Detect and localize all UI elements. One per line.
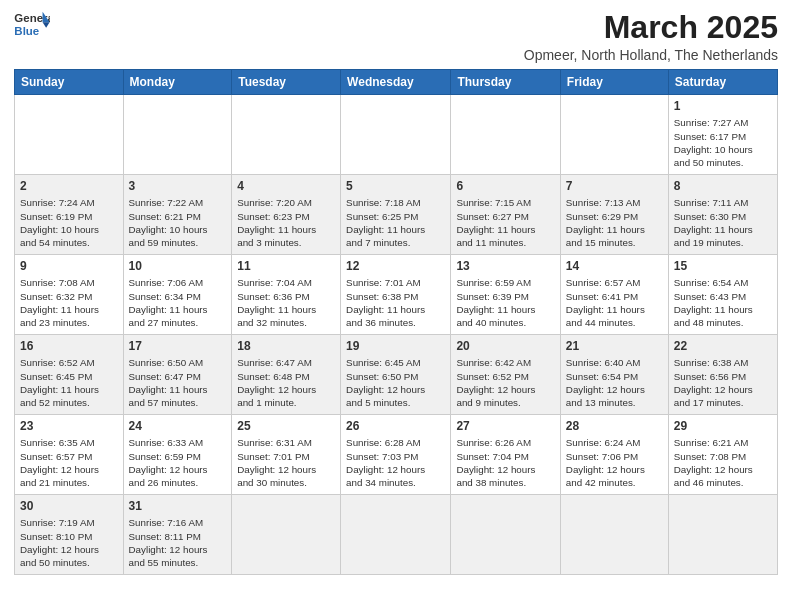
day-info: Sunrise: 6:26 AM Sunset: 7:04 PM Dayligh… (456, 436, 554, 489)
day-info: Sunrise: 7:15 AM Sunset: 6:27 PM Dayligh… (456, 196, 554, 249)
day-info: Sunrise: 6:35 AM Sunset: 6:57 PM Dayligh… (20, 436, 118, 489)
day-number: 16 (20, 338, 118, 354)
day-number: 23 (20, 418, 118, 434)
calendar-week-row: 23Sunrise: 6:35 AM Sunset: 6:57 PM Dayli… (15, 415, 778, 495)
day-number: 30 (20, 498, 118, 514)
calendar-cell: 28Sunrise: 6:24 AM Sunset: 7:06 PM Dayli… (560, 415, 668, 495)
calendar-cell (341, 495, 451, 575)
main-title: March 2025 (524, 10, 778, 45)
day-info: Sunrise: 6:50 AM Sunset: 6:47 PM Dayligh… (129, 356, 227, 409)
svg-text:Blue: Blue (14, 25, 39, 37)
calendar-cell: 21Sunrise: 6:40 AM Sunset: 6:54 PM Dayli… (560, 335, 668, 415)
day-info: Sunrise: 7:04 AM Sunset: 6:36 PM Dayligh… (237, 276, 335, 329)
day-info: Sunrise: 6:52 AM Sunset: 6:45 PM Dayligh… (20, 356, 118, 409)
day-number: 7 (566, 178, 663, 194)
day-number: 31 (129, 498, 227, 514)
calendar-cell (123, 95, 232, 175)
day-number: 5 (346, 178, 445, 194)
day-number: 10 (129, 258, 227, 274)
weekday-header-wednesday: Wednesday (341, 70, 451, 95)
day-info: Sunrise: 7:11 AM Sunset: 6:30 PM Dayligh… (674, 196, 772, 249)
day-info: Sunrise: 7:22 AM Sunset: 6:21 PM Dayligh… (129, 196, 227, 249)
day-info: Sunrise: 7:06 AM Sunset: 6:34 PM Dayligh… (129, 276, 227, 329)
day-number: 17 (129, 338, 227, 354)
calendar-cell (15, 95, 124, 175)
day-info: Sunrise: 6:42 AM Sunset: 6:52 PM Dayligh… (456, 356, 554, 409)
header: General Blue March 2025 Opmeer, North Ho… (14, 10, 778, 63)
day-info: Sunrise: 6:40 AM Sunset: 6:54 PM Dayligh… (566, 356, 663, 409)
day-info: Sunrise: 6:59 AM Sunset: 6:39 PM Dayligh… (456, 276, 554, 329)
day-info: Sunrise: 7:08 AM Sunset: 6:32 PM Dayligh… (20, 276, 118, 329)
day-info: Sunrise: 6:24 AM Sunset: 7:06 PM Dayligh… (566, 436, 663, 489)
day-number: 2 (20, 178, 118, 194)
day-number: 20 (456, 338, 554, 354)
day-number: 22 (674, 338, 772, 354)
day-number: 27 (456, 418, 554, 434)
day-number: 21 (566, 338, 663, 354)
calendar-week-row: 16Sunrise: 6:52 AM Sunset: 6:45 PM Dayli… (15, 335, 778, 415)
calendar-cell (451, 95, 560, 175)
calendar-cell: 24Sunrise: 6:33 AM Sunset: 6:59 PM Dayli… (123, 415, 232, 495)
day-number: 3 (129, 178, 227, 194)
calendar-cell (668, 495, 777, 575)
calendar-table: SundayMondayTuesdayWednesdayThursdayFrid… (14, 69, 778, 575)
day-info: Sunrise: 6:33 AM Sunset: 6:59 PM Dayligh… (129, 436, 227, 489)
calendar-cell: 10Sunrise: 7:06 AM Sunset: 6:34 PM Dayli… (123, 255, 232, 335)
day-info: Sunrise: 7:16 AM Sunset: 8:11 PM Dayligh… (129, 516, 227, 569)
weekday-header-friday: Friday (560, 70, 668, 95)
day-info: Sunrise: 7:19 AM Sunset: 8:10 PM Dayligh… (20, 516, 118, 569)
calendar-cell: 20Sunrise: 6:42 AM Sunset: 6:52 PM Dayli… (451, 335, 560, 415)
day-number: 25 (237, 418, 335, 434)
calendar-cell (232, 95, 341, 175)
calendar-cell: 5Sunrise: 7:18 AM Sunset: 6:25 PM Daylig… (341, 175, 451, 255)
day-number: 1 (674, 98, 772, 114)
day-number: 12 (346, 258, 445, 274)
day-info: Sunrise: 7:27 AM Sunset: 6:17 PM Dayligh… (674, 116, 772, 169)
day-info: Sunrise: 6:45 AM Sunset: 6:50 PM Dayligh… (346, 356, 445, 409)
calendar-cell: 1Sunrise: 7:27 AM Sunset: 6:17 PM Daylig… (668, 95, 777, 175)
calendar-cell: 14Sunrise: 6:57 AM Sunset: 6:41 PM Dayli… (560, 255, 668, 335)
day-number: 9 (20, 258, 118, 274)
calendar-cell: 18Sunrise: 6:47 AM Sunset: 6:48 PM Dayli… (232, 335, 341, 415)
day-info: Sunrise: 6:47 AM Sunset: 6:48 PM Dayligh… (237, 356, 335, 409)
day-number: 28 (566, 418, 663, 434)
calendar-cell: 17Sunrise: 6:50 AM Sunset: 6:47 PM Dayli… (123, 335, 232, 415)
day-info: Sunrise: 7:18 AM Sunset: 6:25 PM Dayligh… (346, 196, 445, 249)
calendar-cell: 4Sunrise: 7:20 AM Sunset: 6:23 PM Daylig… (232, 175, 341, 255)
calendar-cell: 23Sunrise: 6:35 AM Sunset: 6:57 PM Dayli… (15, 415, 124, 495)
day-number: 15 (674, 258, 772, 274)
calendar-cell: 8Sunrise: 7:11 AM Sunset: 6:30 PM Daylig… (668, 175, 777, 255)
calendar-cell: 12Sunrise: 7:01 AM Sunset: 6:38 PM Dayli… (341, 255, 451, 335)
calendar-cell: 22Sunrise: 6:38 AM Sunset: 6:56 PM Dayli… (668, 335, 777, 415)
calendar-cell: 6Sunrise: 7:15 AM Sunset: 6:27 PM Daylig… (451, 175, 560, 255)
calendar-cell: 29Sunrise: 6:21 AM Sunset: 7:08 PM Dayli… (668, 415, 777, 495)
weekday-header-tuesday: Tuesday (232, 70, 341, 95)
svg-marker-3 (43, 22, 50, 27)
calendar-week-row: 9Sunrise: 7:08 AM Sunset: 6:32 PM Daylig… (15, 255, 778, 335)
calendar-cell (560, 495, 668, 575)
calendar-cell: 30Sunrise: 7:19 AM Sunset: 8:10 PM Dayli… (15, 495, 124, 575)
calendar-cell (560, 95, 668, 175)
day-number: 4 (237, 178, 335, 194)
day-info: Sunrise: 6:57 AM Sunset: 6:41 PM Dayligh… (566, 276, 663, 329)
calendar-cell: 2Sunrise: 7:24 AM Sunset: 6:19 PM Daylig… (15, 175, 124, 255)
day-number: 18 (237, 338, 335, 354)
weekday-header-thursday: Thursday (451, 70, 560, 95)
day-info: Sunrise: 7:24 AM Sunset: 6:19 PM Dayligh… (20, 196, 118, 249)
calendar-cell: 13Sunrise: 6:59 AM Sunset: 6:39 PM Dayli… (451, 255, 560, 335)
calendar-cell (451, 495, 560, 575)
page: General Blue March 2025 Opmeer, North Ho… (0, 0, 792, 585)
calendar-cell: 7Sunrise: 7:13 AM Sunset: 6:29 PM Daylig… (560, 175, 668, 255)
day-number: 29 (674, 418, 772, 434)
calendar-cell (232, 495, 341, 575)
day-number: 6 (456, 178, 554, 194)
day-number: 13 (456, 258, 554, 274)
day-info: Sunrise: 6:28 AM Sunset: 7:03 PM Dayligh… (346, 436, 445, 489)
day-number: 11 (237, 258, 335, 274)
calendar-cell: 19Sunrise: 6:45 AM Sunset: 6:50 PM Dayli… (341, 335, 451, 415)
weekday-header-monday: Monday (123, 70, 232, 95)
calendar-cell: 26Sunrise: 6:28 AM Sunset: 7:03 PM Dayli… (341, 415, 451, 495)
calendar-cell: 9Sunrise: 7:08 AM Sunset: 6:32 PM Daylig… (15, 255, 124, 335)
day-number: 19 (346, 338, 445, 354)
day-number: 26 (346, 418, 445, 434)
